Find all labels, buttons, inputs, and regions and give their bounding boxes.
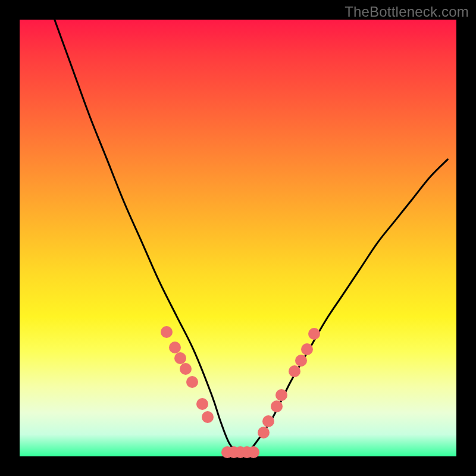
watermark: TheBottleneck.com	[345, 4, 469, 20]
chart-background	[20, 20, 456, 456]
